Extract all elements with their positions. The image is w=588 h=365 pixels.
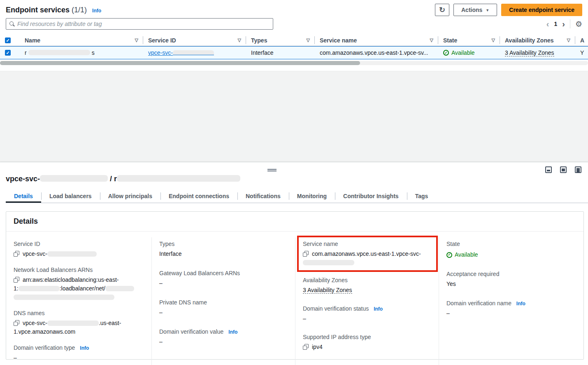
filter-icon[interactable]: ▽	[489, 37, 495, 43]
field-acceptance-required: Acceptance required Yes	[446, 271, 577, 288]
field-nlb-arns: Network Load Balancers ARNs arn:aws:elas…	[14, 267, 145, 302]
page-title-text: Endpoint services	[6, 6, 70, 14]
horizontal-scrollbar-thumb[interactable]	[0, 61, 360, 65]
cell-service-name: com.amazonaws.vpce.us-east-1.vpce-sv...	[315, 46, 438, 59]
tab-load-balancers[interactable]: Load balancers	[41, 190, 100, 203]
empty-background	[0, 71, 588, 162]
search-box[interactable]	[6, 18, 273, 30]
field-dns-names: DNS names vpce-svc-.us-east- 1.vpce.amaz…	[14, 310, 145, 336]
list-header: Endpoint services (1/1) Info ↻ Actions ▼…	[6, 3, 582, 16]
details-card-body: Service ID vpce-svc- Network Load Balanc…	[6, 232, 583, 365]
availability-zones-link[interactable]: 3 Availability Zones	[505, 49, 554, 56]
filter-row: ‹ 1 › ⚙	[6, 18, 582, 30]
field-availability-zones: Availability Zones 3 Availability Zones	[303, 277, 432, 295]
search-icon	[9, 21, 14, 26]
availability-zones-detail-link[interactable]: 3 Availability Zones	[303, 287, 352, 294]
copy-icon[interactable]	[14, 320, 19, 326]
tab-allow-principals[interactable]: Allow principals	[100, 190, 160, 203]
copy-icon[interactable]	[14, 251, 19, 257]
column-header-service-id[interactable]: Service ID ▽	[143, 35, 246, 46]
redacted-text	[40, 175, 108, 182]
filter-icon[interactable]: ▽	[235, 37, 241, 43]
redacted-text	[28, 50, 90, 55]
field-domain-verification-value: Domain verification value Info –	[159, 328, 288, 346]
pagination: ‹ 1 › ⚙	[546, 19, 582, 28]
field-glb-arns: Gateway Load Balancers ARNs –	[159, 270, 288, 288]
tab-endpoint-connections[interactable]: Endpoint connections	[160, 190, 237, 203]
table-settings-button[interactable]: ⚙	[575, 20, 582, 28]
panel-size-large-icon[interactable]	[575, 166, 581, 173]
tab-contributor-insights[interactable]: Contributor Insights	[335, 190, 407, 203]
next-page-button[interactable]: ›	[562, 20, 565, 28]
column-header-acceptance-cut[interactable]: A	[575, 35, 588, 46]
split-panel-drag-handle[interactable]	[267, 169, 277, 171]
horizontal-scrollbar[interactable]	[0, 61, 588, 65]
cell-types: Interface	[246, 46, 315, 59]
details-column-4: State ✓ Available Acceptance required Ye…	[439, 237, 583, 365]
redacted-text	[47, 321, 99, 326]
column-header-state[interactable]: State ▽	[438, 35, 500, 46]
domain-verification-type-info-link[interactable]: Info	[80, 345, 89, 351]
domain-verification-value-info-link[interactable]: Info	[228, 329, 237, 335]
cell-name: r s	[20, 46, 143, 59]
caret-down-icon: ▼	[486, 8, 489, 12]
copy-icon[interactable]	[14, 277, 19, 283]
redacted-text	[105, 286, 134, 291]
panel-size-small-icon[interactable]	[545, 166, 552, 173]
tab-notifications[interactable]: Notifications	[237, 190, 289, 203]
redacted-text	[14, 295, 114, 300]
pager-divider	[570, 19, 570, 28]
details-card-title: Details	[14, 217, 38, 226]
tab-details[interactable]: Details	[6, 190, 41, 203]
filter-icon[interactable]: ▽	[132, 37, 138, 43]
row-checkbox[interactable]: ✓	[5, 50, 11, 56]
cell-service-id: vpce-svc-	[143, 46, 246, 59]
field-private-dns-name: Private DNS name –	[159, 299, 288, 317]
split-panel-layout-controls	[545, 166, 581, 173]
redacted-text	[303, 260, 354, 265]
filter-icon[interactable]: ▽	[428, 37, 433, 43]
available-status-icon: ✓	[443, 50, 449, 56]
search-input[interactable]	[17, 21, 270, 27]
tab-tags[interactable]: Tags	[407, 190, 437, 203]
table-row[interactable]: ✓ r s vpce-svc- Interface com.amazonaws.…	[0, 46, 588, 59]
details-card-header: Details	[6, 212, 583, 232]
create-endpoint-service-button[interactable]: Create endpoint service	[501, 4, 582, 16]
table-header-row: ✓ Name ▽ Service ID ▽ Types ▽ Service na…	[0, 35, 588, 46]
tab-monitoring[interactable]: Monitoring	[289, 190, 335, 203]
panel-size-medium-icon[interactable]	[560, 166, 567, 173]
title-info-link[interactable]: Info	[92, 8, 101, 14]
refresh-button[interactable]: ↻	[435, 4, 449, 16]
column-header-service-name[interactable]: Service name ▽	[315, 35, 438, 46]
column-header-types[interactable]: Types ▽	[246, 35, 315, 46]
filter-icon[interactable]: ▽	[565, 37, 570, 43]
redacted-text	[173, 50, 214, 55]
field-service-id: Service ID vpce-svc-	[14, 241, 145, 258]
field-domain-verification-type: Domain verification type Info –	[14, 344, 145, 362]
field-service-name: Service name com.amazonaws.vpce.us-east-…	[303, 241, 432, 267]
split-panel: vpce-svc- / r Details Load balancers All…	[0, 162, 588, 365]
service-id-link[interactable]: vpce-svc-	[148, 49, 214, 56]
cell-availability-zones: 3 Availability Zones	[500, 46, 575, 59]
field-state: State ✓ Available	[446, 241, 577, 259]
column-header-name[interactable]: Name ▽	[20, 35, 143, 46]
field-domain-verification-status: Domain verification status Info –	[303, 305, 432, 323]
endpoint-services-list-pane: Endpoint services (1/1) Info ↻ Actions ▼…	[0, 0, 588, 162]
details-card: Details Service ID vpce-svc- Network Loa…	[6, 211, 584, 360]
domain-verification-name-info-link[interactable]: Info	[516, 301, 525, 307]
current-page[interactable]: 1	[554, 21, 557, 27]
previous-page-button[interactable]: ‹	[546, 20, 549, 28]
select-all-checkbox[interactable]: ✓	[5, 37, 11, 43]
filter-icon[interactable]: ▽	[304, 37, 310, 43]
split-panel-title: vpce-svc- / r	[6, 175, 240, 183]
detail-tabs: Details Load balancers Allow principals …	[6, 190, 588, 203]
copy-icon[interactable]	[303, 251, 309, 257]
resource-count: (1/1)	[72, 6, 87, 14]
field-domain-verification-name: Domain verification name Info –	[446, 300, 577, 318]
column-header-availability-zones[interactable]: Availability Zones ▽	[500, 35, 575, 46]
actions-button[interactable]: Actions ▼	[453, 4, 497, 16]
domain-verification-status-info-link[interactable]: Info	[374, 306, 383, 312]
cell-state: ✓ Available	[438, 46, 500, 59]
copy-icon[interactable]	[303, 344, 309, 350]
redacted-text	[19, 286, 60, 291]
